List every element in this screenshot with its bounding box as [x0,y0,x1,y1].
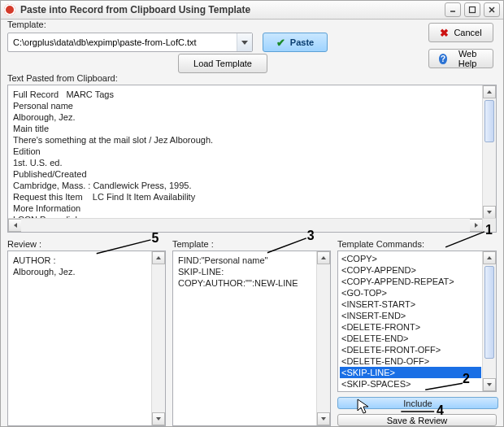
x-icon: ✖ [440,27,449,39]
svg-rect-1 [470,7,476,13]
minimize-button[interactable] [445,2,461,17]
load-template-button[interactable]: Load Template [178,54,267,73]
app-window: Paste into Record from Clipboard Using T… [0,0,504,427]
clipboard-textarea[interactable]: Full Record MARC Tags Personal name Albo… [7,85,497,233]
help-icon: ? [439,54,447,64]
minimize-icon [449,6,457,14]
review-content: AUTHOR : Alborough, Jez. [8,251,152,425]
cancel-button[interactable]: ✖ Cancel [428,23,493,42]
check-icon: ✔ [276,37,285,49]
review-vscroll[interactable] [151,251,165,425]
template-path-combo[interactable] [7,33,253,52]
scroll-up-icon[interactable] [483,85,496,98]
template-line: COPY:AUTHOR:"":NEW-LINE [178,277,312,289]
template-line: FIND:"Personal name" [178,255,312,266]
template-col-label: Template : [172,239,331,249]
web-help-button[interactable]: ? Web Help [428,49,493,68]
scroll-left-icon[interactable] [8,219,21,232]
command-item[interactable]: <DELETE-END> [340,333,481,344]
command-item[interactable]: <COPY-APPEND-REPEAT> [340,276,481,287]
template-line: SKIP-LINE: [178,266,312,277]
maximize-icon [468,6,476,14]
template-path-input[interactable] [8,34,237,50]
command-item[interactable]: <GO-TOP> [340,287,481,298]
web-help-label: Web Help [452,49,483,68]
include-button[interactable]: Include [337,397,498,409]
template-path-dropdown[interactable] [237,33,252,51]
template-vscroll[interactable] [316,251,330,425]
scroll-down-icon[interactable] [317,412,330,425]
lower-panels: Review : AUTHOR : Alborough, Jez. Templa… [7,239,497,426]
template-column: Template : FIND:"Personal name"SKIP-LINE… [172,239,331,426]
command-item[interactable]: <DELETE-FRONT> [340,321,481,333]
content: Template: ✔ Paste Load Template ✖ [7,20,497,420]
save-review-label: Save & Review [387,416,448,425]
paste-button-label: Paste [290,37,314,47]
app-icon [4,4,15,15]
scroll-up-icon[interactable] [483,251,496,264]
window-title: Paste into Record from Clipboard Using T… [20,4,445,15]
cancel-label: Cancel [454,28,481,37]
commands-listbox[interactable]: <COPY><COPY-APPEND><COPY-APPEND-REPEAT><… [337,251,497,392]
commands-content: <COPY><COPY-APPEND><COPY-APPEND-REPEAT><… [338,251,483,391]
scroll-corner [482,218,496,232]
close-icon [488,6,496,14]
hscroll-track[interactable] [21,219,470,232]
commands-column: Template Commands: <COPY><COPY-APPEND><C… [337,239,497,426]
paste-button[interactable]: ✔ Paste [263,33,328,52]
clipboard-text[interactable]: Full Record MARC Tags Personal name Albo… [8,85,483,219]
load-template-label: Load Template [193,59,252,68]
template-listbox[interactable]: FIND:"Personal name"SKIP-LINE:COPY:AUTHO… [172,251,331,426]
right-button-stack: ✖ Cancel ? Web Help [428,23,493,68]
template-path-label: Template: [7,20,497,29]
command-item[interactable]: <COPY> [340,253,481,264]
commands-label: Template Commands: [337,239,497,249]
top-panel: Template: ✔ Paste Load Template ✖ [7,20,497,67]
command-item[interactable]: <DELETE-FRONT-OFF> [340,344,481,355]
clipboard-hscroll[interactable] [8,218,483,232]
scroll-up-icon[interactable] [152,251,165,264]
maximize-button[interactable] [464,2,480,17]
command-item[interactable]: <SKIP-SPACES> [340,378,481,390]
scrollbar-thumb[interactable] [484,266,494,359]
scrollbar-thumb[interactable] [484,100,494,142]
review-listbox[interactable]: AUTHOR : Alborough, Jez. [7,251,166,426]
clipboard-label: Text Pasted from Clipboard: [7,73,497,83]
scroll-down-icon[interactable] [483,378,496,391]
command-item[interactable]: <INSERT-END> [340,310,481,321]
command-item[interactable]: <INSERT-START> [340,298,481,310]
close-button[interactable] [484,2,500,17]
scroll-down-icon[interactable] [152,412,165,425]
clipboard-vscroll[interactable] [482,85,496,219]
scroll-up-icon[interactable] [317,251,330,264]
titlebar: Paste into Record from Clipboard Using T… [1,1,503,20]
include-label: Include [403,399,432,408]
command-item[interactable]: <SKIP-LINE> [340,367,481,378]
scroll-down-icon[interactable] [483,206,496,219]
review-line: Alborough, Jez. [13,266,147,277]
command-item[interactable]: <COPY-APPEND> [340,264,481,276]
save-review-button[interactable]: Save & Review [337,414,497,426]
command-item[interactable]: <DELETE-END-OFF> [340,355,481,367]
review-label: Review : [7,239,166,249]
template-content: FIND:"Personal name"SKIP-LINE:COPY:AUTHO… [173,251,317,425]
review-column: Review : AUTHOR : Alborough, Jez. [7,239,166,426]
scroll-right-icon[interactable] [470,219,483,232]
commands-vscroll[interactable] [482,251,496,391]
review-line: AUTHOR : [13,255,147,266]
